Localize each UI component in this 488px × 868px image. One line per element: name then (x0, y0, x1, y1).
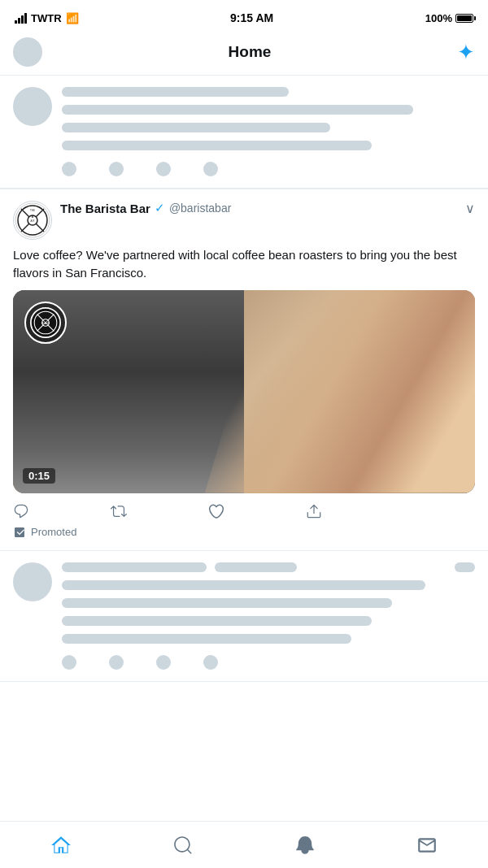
search-icon (172, 835, 194, 856)
skeleton-action-4 (203, 162, 218, 176)
skeleton-line-3 (62, 123, 330, 132)
retweet-icon (111, 503, 127, 519)
tweet-video[interactable]: B•A•R 0:15 (13, 290, 475, 493)
skeleton-tweet-bottom (0, 551, 488, 682)
wifi-icon: 📶 (66, 12, 79, 24)
skeleton-line-2 (62, 105, 413, 115)
promoted-label: Promoted (31, 526, 76, 538)
header: Home ✦ (0, 33, 488, 76)
tweet-user-info: The Barista Bar ✓️ @baristabar (60, 201, 457, 215)
signal-icon (15, 13, 27, 24)
sparkle-icon[interactable]: ✦ (457, 40, 475, 65)
share-icon (306, 503, 322, 519)
reply-button[interactable] (13, 503, 29, 519)
carrier-label: TWTR (31, 12, 62, 24)
tweet-name: The Barista Bar (60, 202, 150, 215)
tweet-text: Love coffee? We've partnered with local … (13, 246, 475, 282)
battery-label: 100% (425, 12, 452, 24)
like-button[interactable] (208, 503, 224, 519)
skeleton-line-1 (62, 87, 289, 97)
skeleton-action-1 (62, 162, 76, 176)
skeleton-avatar (13, 87, 52, 126)
skeleton-action-3 (156, 162, 171, 176)
status-time: 9:15 AM (230, 11, 273, 24)
svg-text:B•A•R: B•A•R (41, 321, 50, 324)
skeleton-actions-bottom (62, 655, 475, 670)
tab-messages[interactable] (366, 822, 488, 868)
skeleton-content (62, 87, 475, 176)
skeleton-actions (62, 162, 475, 176)
user-avatar[interactable] (13, 37, 42, 67)
barista-logo-svg: B A R THE (15, 202, 50, 238)
battery-icon (455, 14, 473, 23)
tab-bar (0, 821, 488, 868)
video-duration: 0:15 (23, 468, 55, 484)
tweet-handle: @baristabar (169, 202, 231, 215)
tweet-header: B A R THE The Barista Bar ✓️ @baristabar… (13, 201, 475, 240)
status-left: TWTR 📶 (15, 12, 79, 24)
heart-icon (208, 503, 224, 519)
retweet-button[interactable] (111, 503, 127, 519)
mail-icon (416, 835, 438, 856)
promoted-row: Promoted (13, 526, 475, 539)
home-icon (50, 835, 72, 856)
video-logo-overlay: B•A•R (24, 302, 67, 344)
video-logo-svg: B•A•R (30, 307, 61, 338)
skeleton-content-bottom (62, 562, 475, 670)
reply-icon (13, 503, 29, 519)
skeleton-avatar-bottom (13, 562, 52, 601)
tab-search[interactable] (122, 822, 244, 868)
tweet-actions (13, 503, 322, 519)
svg-text:THE: THE (30, 209, 35, 212)
page-title: Home (229, 43, 272, 61)
tweet-avatar[interactable]: B A R THE (13, 201, 52, 240)
skeleton-action-2 (109, 162, 124, 176)
bell-icon (294, 835, 316, 856)
status-bar: TWTR 📶 9:15 AM 100% (0, 0, 488, 33)
svg-text:A R: A R (31, 219, 36, 223)
tab-home[interactable] (0, 822, 122, 868)
tweet-name-row: The Barista Bar ✓️ @baristabar (60, 201, 457, 215)
promoted-icon (13, 526, 26, 539)
status-right: 100% (425, 12, 473, 24)
promoted-tweet: B A R THE The Barista Bar ✓️ @baristabar… (0, 189, 488, 551)
share-button[interactable] (306, 503, 322, 519)
skeleton-line-4 (62, 141, 372, 150)
verified-icon: ✓️ (155, 201, 165, 215)
skeleton-tweet-top (0, 76, 488, 189)
tweet-menu-chevron[interactable]: ∨ (465, 201, 475, 216)
tab-notifications[interactable] (244, 822, 366, 868)
